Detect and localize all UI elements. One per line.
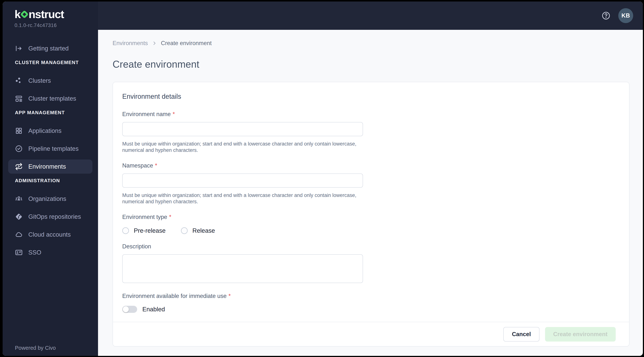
sidebar-item-label: GitOps repositories	[28, 213, 81, 220]
logo-text-pre: k	[14, 8, 20, 21]
app-version: 0.1.0-rc.74c47316	[14, 22, 98, 28]
namespace-input[interactable]	[122, 174, 363, 188]
card-footer: Cancel Create environment	[113, 322, 629, 346]
required-asterisk: *	[169, 214, 171, 220]
logo-text-post: nstruct	[28, 8, 64, 21]
namespace-label: Namespace	[122, 162, 153, 169]
toggle-state-label: Enabled	[142, 306, 165, 313]
radio-label: Pre-release	[134, 227, 166, 234]
help-button[interactable]	[602, 11, 610, 20]
cluster-templates-icon	[15, 95, 23, 102]
sidebar-item-gitops-repositories[interactable]: GitOps repositories	[8, 210, 92, 224]
field-namespace: Namespace * Must be unique within organi…	[122, 162, 363, 205]
required-asterisk: *	[172, 111, 175, 118]
field-environment-type: Environment type * Pre-release Release	[122, 214, 363, 234]
sidebar: k nstruct 0.1.0-rc.74c47316 Getting star…	[2, 2, 98, 356]
required-asterisk: *	[228, 293, 231, 300]
main-content: Environments Create environment Create e…	[98, 30, 643, 356]
gitops-icon	[15, 213, 23, 220]
environment-type-radio-group: Pre-release Release	[122, 227, 363, 234]
sidebar-item-cluster-templates[interactable]: Cluster templates	[8, 92, 92, 106]
sidebar-item-label: Cluster templates	[28, 95, 76, 102]
sidebar-item-label: Clusters	[28, 77, 51, 84]
environment-name-input[interactable]	[122, 122, 363, 136]
cloud-icon	[15, 231, 23, 238]
sidebar-section-administration: ADMINISTRATION	[15, 178, 98, 184]
radio-pre-release[interactable]: Pre-release	[122, 227, 166, 234]
sidebar-item-label: Environments	[28, 163, 66, 170]
radio-label: Release	[192, 227, 215, 234]
create-environment-button[interactable]: Create environment	[545, 327, 616, 342]
field-label: Description	[122, 243, 363, 250]
environment-form-card: Environment details Environment name * M…	[112, 82, 630, 346]
sidebar-item-environments[interactable]: Environments	[8, 160, 92, 174]
breadcrumb-chevron-icon	[152, 40, 157, 46]
environments-icon	[15, 163, 23, 170]
sidebar-item-applications[interactable]: Applications	[8, 124, 92, 138]
sidebar-item-getting-started[interactable]: Getting started	[8, 41, 92, 56]
environment-type-label: Environment type	[122, 214, 167, 220]
card-body: Environment details Environment name * M…	[113, 82, 629, 322]
field-label: Namespace *	[122, 162, 363, 169]
cancel-button[interactable]: Cancel	[503, 327, 540, 342]
sidebar-item-clusters[interactable]: Clusters	[8, 74, 92, 88]
logo-wordmark: k nstruct	[14, 8, 98, 21]
field-immediate-use: Environment available for immediate use …	[122, 293, 363, 313]
card-title: Environment details	[122, 92, 620, 100]
sidebar-item-label: Getting started	[28, 45, 68, 52]
breadcrumb: Environments Create environment	[112, 40, 630, 46]
applications-icon	[15, 127, 23, 135]
sidebar-section-app-management: APP MANAGEMENT	[15, 110, 98, 116]
app-window: k nstruct 0.1.0-rc.74c47316 Getting star…	[2, 2, 643, 356]
sso-icon	[15, 248, 23, 256]
sidebar-item-label: SSO	[28, 249, 41, 256]
sidebar-item-label: Applications	[28, 127, 62, 134]
description-textarea[interactable]	[122, 254, 363, 283]
sidebar-item-pipeline-templates[interactable]: Pipeline templates	[8, 142, 92, 156]
breadcrumb-current: Create environment	[161, 40, 212, 46]
field-label: Environment type *	[122, 214, 363, 220]
sidebar-item-label: Pipeline templates	[28, 145, 79, 152]
namespace-help: Must be unique within organization; star…	[122, 192, 363, 205]
environment-name-label: Environment name	[122, 111, 171, 118]
sidebar-item-sso[interactable]: SSO	[8, 246, 92, 260]
immediate-use-label: Environment available for immediate use	[122, 293, 226, 300]
radio-circle-icon[interactable]	[181, 227, 188, 234]
immediate-use-toggle-row: Enabled	[122, 306, 363, 313]
description-label: Description	[122, 243, 151, 250]
logo: k nstruct 0.1.0-rc.74c47316	[2, 2, 98, 28]
environment-name-help: Must be unique within organization; star…	[122, 141, 363, 153]
field-description: Description	[122, 243, 363, 284]
topbar: KB	[98, 2, 643, 30]
logo-diamond-icon	[20, 10, 29, 18]
toggle-knob	[123, 306, 129, 312]
radio-release[interactable]: Release	[181, 227, 215, 234]
getting-started-icon	[15, 44, 23, 52]
sidebar-item-label: Organizations	[28, 195, 66, 202]
sidebar-item-label: Cloud accounts	[28, 231, 70, 238]
field-label: Environment available for immediate use …	[122, 293, 363, 300]
sidebar-nav: Getting started CLUSTER MANAGEMENT Clust…	[2, 41, 98, 345]
required-asterisk: *	[155, 162, 157, 169]
powered-by: Powered by Civo	[2, 345, 98, 356]
pipeline-templates-icon	[15, 145, 23, 152]
sidebar-item-organizations[interactable]: Organizations	[8, 192, 92, 206]
field-environment-name: Environment name * Must be unique within…	[122, 111, 363, 153]
content-column: KB Environments Create environment Creat…	[98, 2, 643, 356]
radio-circle-icon[interactable]	[122, 227, 129, 234]
immediate-use-toggle[interactable]	[122, 306, 137, 313]
clusters-icon	[15, 77, 23, 84]
breadcrumb-parent-link[interactable]: Environments	[112, 40, 148, 46]
help-icon	[602, 11, 610, 20]
sidebar-item-cloud-accounts[interactable]: Cloud accounts	[8, 228, 92, 242]
avatar[interactable]: KB	[618, 8, 633, 23]
organizations-icon	[15, 195, 23, 203]
sidebar-section-cluster-management: CLUSTER MANAGEMENT	[15, 60, 98, 66]
field-label: Environment name *	[122, 111, 363, 118]
page-title: Create environment	[112, 58, 630, 70]
